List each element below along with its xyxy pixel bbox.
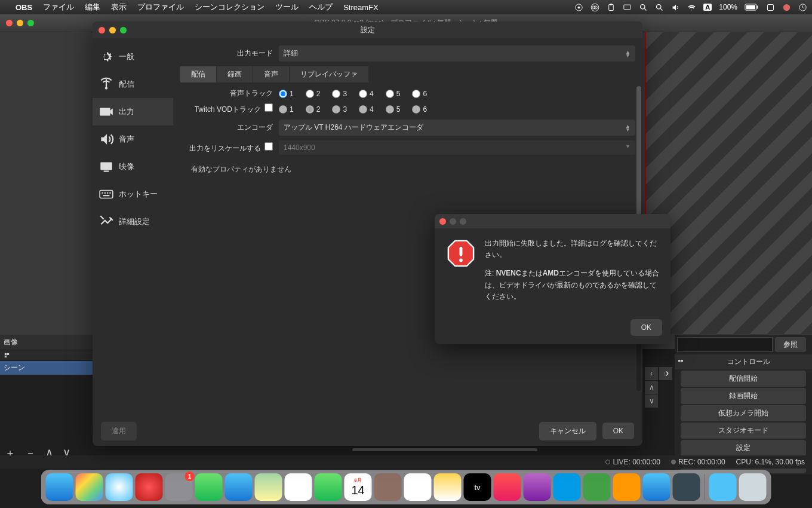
svg-point-4 [595, 6, 598, 9]
traffic-lights[interactable] [6, 20, 34, 26]
spotlight-icon[interactable] [639, 3, 648, 12]
settings-titlebar[interactable]: 設定 [93, 22, 642, 38]
scene-item[interactable]: シーン [0, 360, 93, 375]
audio-slider[interactable] [352, 448, 537, 451]
dock-appstore[interactable] [643, 473, 670, 501]
screen-icon[interactable] [623, 3, 632, 12]
tray-icon-1[interactable] [766, 3, 775, 12]
track-5[interactable]: 5 [386, 90, 401, 98]
dock-pages[interactable] [613, 473, 641, 501]
tab-audio[interactable]: 音声 [253, 66, 290, 82]
dock-maps[interactable] [255, 473, 282, 501]
track-3[interactable]: 3 [332, 90, 347, 98]
close-icon[interactable] [99, 27, 105, 33]
menu-edit[interactable]: 編集 [85, 2, 100, 13]
path-input[interactable] [677, 337, 773, 352]
rescale-checkbox[interactable] [264, 142, 273, 151]
settings-button[interactable]: 設定 [681, 440, 806, 456]
controls-panel: 参照 コントロール 配信開始 録画開始 仮想カメラ開始 スタジオモード 設定 終… [675, 335, 812, 475]
alert-close-icon[interactable] [439, 218, 446, 225]
tab-stream[interactable]: 配信 [180, 66, 217, 82]
encoder-select[interactable]: アップル VT H264 ハードウェアエンコーダ▲▼ [279, 120, 635, 136]
cancel-button[interactable]: キャンセル [539, 422, 596, 440]
svg-rect-26 [104, 171, 109, 172]
alert-ok-button[interactable]: OK [630, 319, 662, 336]
search-icon[interactable] [655, 3, 664, 12]
start-record-button[interactable]: 録画開始 [681, 388, 806, 404]
dock-numbers[interactable] [583, 473, 611, 501]
track-2[interactable]: 2 [306, 90, 321, 98]
scene-pop[interactable] [0, 350, 93, 360]
ok-button[interactable]: OK [602, 423, 634, 439]
menu-scene-collection[interactable]: シーンコレクション [195, 2, 264, 13]
dock-reminders[interactable] [404, 473, 432, 501]
dock-safari[interactable] [106, 473, 133, 501]
tab-record[interactable]: 録画 [217, 66, 253, 82]
clock-icon[interactable] [798, 3, 807, 12]
gear-icon[interactable] [659, 367, 672, 380]
volume-icon[interactable] [671, 3, 680, 12]
dock-obs[interactable] [673, 473, 700, 501]
cc-tray-icon[interactable] [590, 3, 599, 12]
menu-tools[interactable]: ツール [275, 2, 299, 13]
dock-mail[interactable] [225, 473, 253, 501]
track-4[interactable]: 4 [359, 90, 374, 98]
sidebar-item-output[interactable]: 出力 [93, 98, 173, 126]
sidebar-item-general[interactable]: 一般 [93, 43, 173, 71]
obs-tray-icon[interactable] [574, 3, 583, 12]
dock-keynote[interactable] [553, 473, 581, 501]
tray-icon-2[interactable] [782, 3, 791, 12]
svg-rect-15 [768, 4, 774, 10]
sidebar-item-video[interactable]: 映像 [93, 153, 173, 180]
menu-file[interactable]: ファイル [43, 2, 74, 13]
svg-line-9 [645, 8, 647, 10]
dock-calendar[interactable]: 6月14 [345, 473, 372, 501]
studio-mode-button[interactable]: スタジオモード [681, 423, 806, 439]
track-6[interactable]: 6 [412, 90, 427, 98]
vod-enable-checkbox[interactable] [264, 103, 273, 112]
wifi-icon[interactable] [687, 3, 696, 12]
nav-up-icon[interactable]: ∧ [645, 381, 658, 394]
dock-launchpad[interactable] [76, 473, 103, 501]
dock-messages[interactable] [195, 473, 223, 501]
dock-photos[interactable] [285, 473, 312, 501]
dock-notes[interactable] [434, 473, 462, 501]
sidebar-item-advanced[interactable]: 詳細設定 [93, 208, 173, 235]
dock-opera[interactable] [136, 473, 163, 501]
sidebar-item-audio[interactable]: 音声 [93, 126, 173, 153]
dock-trash[interactable] [739, 473, 767, 501]
track-1[interactable]: 1 [279, 90, 294, 98]
alert-text: 出力開始に失敗しました。詳細はログを確認してください。 注: NVENCまたはA… [485, 238, 660, 310]
dock-podcasts[interactable] [524, 473, 551, 501]
nav-left-icon[interactable]: ‹ [645, 367, 658, 380]
minimize-icon[interactable] [109, 27, 116, 33]
zoom-icon[interactable] [120, 27, 127, 33]
menubar: OBS ファイル 編集 表示 プロファイル シーンコレクション ツール ヘルプ … [0, 0, 812, 14]
app-name[interactable]: OBS [16, 3, 32, 12]
dock-finder[interactable] [46, 473, 73, 501]
clipboard-icon[interactable] [607, 3, 616, 12]
battery-icon[interactable] [745, 4, 759, 11]
menu-view[interactable]: 表示 [111, 2, 127, 13]
dock-tv[interactable]: tv [464, 473, 491, 501]
virtual-cam-button[interactable]: 仮想カメラ開始 [681, 405, 806, 421]
browse-button[interactable]: 参照 [775, 337, 806, 352]
dock-settings[interactable]: 1 [165, 473, 193, 501]
menu-streamfx[interactable]: StreamFX [343, 3, 379, 12]
sidebar-item-hotkeys[interactable]: ホットキー [93, 180, 173, 208]
sidebar-item-stream[interactable]: 配信 [93, 71, 173, 98]
start-stream-button[interactable]: 配信開始 [681, 371, 806, 387]
status-rec: REC: 00:00:00 [671, 458, 725, 466]
dock-contacts[interactable] [374, 473, 402, 501]
input-source[interactable]: A [703, 4, 712, 11]
alert-titlebar[interactable] [435, 214, 670, 228]
output-mode-select[interactable]: 詳細▲▼ [279, 45, 635, 62]
dock-facetime[interactable] [315, 473, 342, 501]
nav-down-icon[interactable]: ∨ [645, 394, 658, 408]
dock-music[interactable] [494, 473, 521, 501]
apply-button[interactable]: 適用 [101, 422, 137, 440]
menu-help[interactable]: ヘルプ [309, 2, 333, 13]
menu-profile[interactable]: プロファイル [137, 2, 184, 13]
tab-replay[interactable]: リプレイバッファ [290, 66, 369, 82]
dock-downloads[interactable] [709, 473, 737, 501]
